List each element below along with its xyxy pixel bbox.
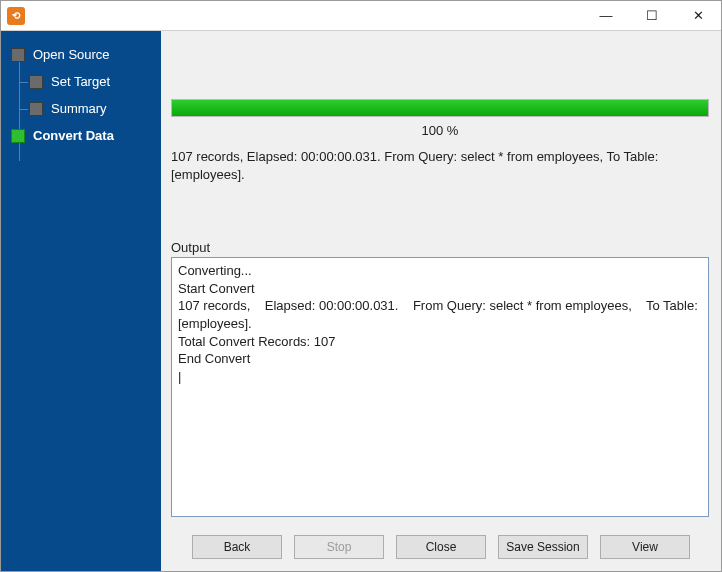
window-maximize-button[interactable]: ☐ <box>629 1 675 31</box>
step-box-icon <box>29 75 43 89</box>
app-icon: ⟲ <box>7 7 25 25</box>
sidebar-item-label: Set Target <box>51 74 110 89</box>
sidebar-item-open-source[interactable]: Open Source <box>1 41 161 68</box>
window-minimize-button[interactable]: — <box>583 1 629 31</box>
step-box-icon <box>29 102 43 116</box>
sidebar-item-convert-data[interactable]: Convert Data <box>1 122 161 149</box>
progress-percent-label: 100 % <box>171 117 709 142</box>
view-button[interactable]: View <box>600 535 690 559</box>
output-textarea[interactable]: Converting... Start Convert 107 records,… <box>171 257 709 517</box>
stop-button: Stop <box>294 535 384 559</box>
sidebar-item-label: Open Source <box>33 47 110 62</box>
wizard-sidebar: Open Source Set Target Summary Convert D… <box>1 31 161 571</box>
sidebar-item-summary[interactable]: Summary <box>1 95 161 122</box>
sidebar-item-label: Convert Data <box>33 128 114 143</box>
button-row: Back Stop Close Save Session View <box>161 525 721 571</box>
sidebar-item-label: Summary <box>51 101 107 116</box>
save-session-button[interactable]: Save Session <box>498 535 588 559</box>
back-button[interactable]: Back <box>192 535 282 559</box>
progress-bar <box>171 99 709 117</box>
sidebar-item-set-target[interactable]: Set Target <box>1 68 161 95</box>
step-box-icon <box>11 129 25 143</box>
output-label: Output <box>171 240 709 255</box>
window-close-button[interactable]: ✕ <box>675 1 721 31</box>
progress-fill <box>172 100 708 116</box>
step-box-icon <box>11 48 25 62</box>
title-bar: ⟲ — ☐ ✕ <box>1 1 721 31</box>
main-panel: 100 % 107 records, Elapsed: 00:00:00.031… <box>161 31 721 571</box>
close-button[interactable]: Close <box>396 535 486 559</box>
status-line: 107 records, Elapsed: 00:00:00.031. From… <box>171 142 709 184</box>
